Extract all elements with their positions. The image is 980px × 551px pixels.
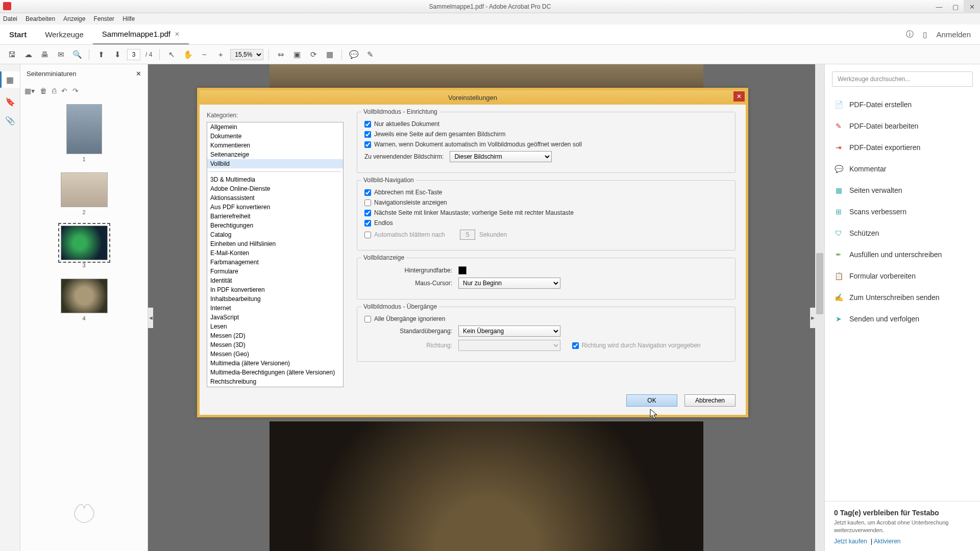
- cb-ignore-trans[interactable]: Alle Übergänge ignorieren: [364, 315, 445, 322]
- tool-prepare-form[interactable]: 📋Formular vorbereiten: [825, 265, 980, 287]
- help-icon[interactable]: ⓘ: [906, 30, 914, 39]
- mail-icon[interactable]: ✉: [54, 48, 67, 61]
- cat-item[interactable]: Adobe Online-Dienste: [207, 184, 343, 193]
- zoom-out-icon[interactable]: −: [198, 48, 211, 61]
- collapse-left-icon[interactable]: ◀: [148, 308, 153, 328]
- cat-allgemein[interactable]: Allgemein: [207, 122, 343, 132]
- tool-export-pdf[interactable]: ⇥PDF-Datei exportieren: [825, 137, 980, 158]
- thumb-options-icon[interactable]: ▦▾: [24, 87, 35, 95]
- cb-navbar[interactable]: Navigationsleiste anzeigen: [364, 199, 447, 206]
- cat-item[interactable]: Aus PDF konvertieren: [207, 203, 343, 212]
- page-down-icon[interactable]: ⬇: [111, 48, 124, 61]
- panel-close-icon[interactable]: ✕: [136, 70, 141, 78]
- cat-item[interactable]: Berechtigungen: [207, 221, 343, 230]
- comment-icon[interactable]: 💬: [347, 48, 360, 61]
- thumb-delete-icon[interactable]: 🗑: [40, 87, 47, 95]
- bookmarks-icon[interactable]: 🔖: [5, 97, 15, 107]
- cat-item[interactable]: Barrierefreiheit: [207, 212, 343, 221]
- thumb-print-icon[interactable]: ⎙: [52, 87, 56, 95]
- auto-seconds-input[interactable]: [460, 230, 475, 240]
- tool-send-sign[interactable]: ✍Zum Unterschreiben senden: [825, 287, 980, 308]
- tool-comment[interactable]: 💬Kommentar: [825, 158, 980, 180]
- fit-page-icon[interactable]: ▣: [290, 48, 304, 61]
- cb-auto-advance[interactable]: Automatisch blättern nach: [364, 231, 445, 238]
- cloud-icon[interactable]: ☁: [21, 48, 35, 61]
- menu-view[interactable]: Anzeige: [63, 15, 85, 22]
- page-up-icon[interactable]: ⬆: [94, 48, 108, 61]
- menu-edit[interactable]: Bearbeiten: [26, 15, 55, 22]
- cat-item[interactable]: Sicherheit: [207, 386, 343, 387]
- select-tool-icon[interactable]: ↖: [165, 48, 178, 61]
- notifications-icon[interactable]: ▯: [923, 30, 927, 39]
- cb-dir-by-nav[interactable]: Richtung wird durch Navigation vorgegebe…: [572, 342, 701, 349]
- cat-item[interactable]: Rechtschreibung: [207, 377, 343, 386]
- zoom-in-icon[interactable]: +: [214, 48, 227, 61]
- categories-list[interactable]: Allgemein Dokumente Kommentieren Seitena…: [207, 122, 344, 387]
- cat-item[interactable]: E-Mail-Konten: [207, 248, 343, 258]
- cat-item[interactable]: Farbmanagement: [207, 258, 343, 267]
- thumbnail-1[interactable]: 1: [66, 104, 102, 162]
- cb-one-page[interactable]: Jeweils eine Seite auf dem gesamten Bild…: [364, 131, 505, 138]
- view-mode-icon[interactable]: ▦: [323, 48, 336, 61]
- login-link[interactable]: Anmelden: [936, 30, 971, 39]
- tool-enhance-scans[interactable]: ⊞Scans verbessern: [825, 201, 980, 222]
- cursor-select[interactable]: Nur zu Beginn: [458, 278, 560, 289]
- activate-link[interactable]: Aktivieren: [874, 538, 901, 545]
- cat-item[interactable]: Einheiten und Hilfslinien: [207, 239, 343, 248]
- buy-now-link[interactable]: Jetzt kaufen: [834, 538, 867, 545]
- tools-search-input[interactable]: Werkzeuge durchsuchen...: [832, 71, 973, 87]
- cb-warn[interactable]: Warnen, wenn Dokument automatisch im Vol…: [364, 141, 582, 148]
- tool-fill-sign[interactable]: ✒Ausfüllen und unterschreiben: [825, 244, 980, 265]
- tab-document[interactable]: Sammelmappe1.pdf ✕: [93, 24, 189, 44]
- hand-tool-icon[interactable]: ✋: [181, 48, 194, 61]
- fit-width-icon[interactable]: ⇔: [274, 48, 287, 61]
- minimize-button[interactable]: —: [931, 0, 947, 13]
- tool-create-pdf[interactable]: 📄PDF-Datei erstellen: [825, 94, 980, 115]
- cat-item[interactable]: Catalog: [207, 230, 343, 239]
- cat-item[interactable]: Messen (2D): [207, 331, 343, 340]
- cat-item[interactable]: Multimedia (ältere Versionen): [207, 359, 343, 368]
- cat-item[interactable]: Messen (Geo): [207, 349, 343, 359]
- cat-item[interactable]: Identität: [207, 276, 343, 285]
- cb-mouse-nav[interactable]: Nächste Seite mit linker Maustaste; vorh…: [364, 209, 574, 216]
- collapse-right-icon[interactable]: ▶: [810, 308, 815, 328]
- cat-item[interactable]: 3D & Multimedia: [207, 175, 343, 184]
- cat-item[interactable]: Internet: [207, 304, 343, 313]
- tool-protect[interactable]: 🛡Schützen: [825, 222, 980, 244]
- bgcolor-swatch[interactable]: [458, 266, 467, 274]
- transition-select[interactable]: Kein Übergang: [458, 325, 560, 337]
- zoom-select[interactable]: 15,5%: [230, 49, 263, 60]
- cat-item[interactable]: JavaScript: [207, 313, 343, 322]
- page-input[interactable]: [127, 49, 140, 60]
- thumb-undo-icon[interactable]: ↶: [61, 87, 67, 95]
- highlight-icon[interactable]: ✎: [363, 48, 377, 61]
- ok-button[interactable]: OK: [626, 394, 677, 407]
- search-icon[interactable]: 🔍: [70, 48, 84, 61]
- tool-send-track[interactable]: ➤Senden und verfolgen: [825, 308, 980, 330]
- thumb-redo-icon[interactable]: ↷: [72, 87, 79, 95]
- menu-help[interactable]: Hilfe: [122, 15, 135, 22]
- cb-esc[interactable]: Abbrechen mit Esc-Taste: [364, 189, 442, 196]
- dialog-close-button[interactable]: ✕: [733, 91, 745, 102]
- tab-start[interactable]: Start: [0, 24, 36, 44]
- cat-item[interactable]: Lesen: [207, 322, 343, 331]
- print-icon[interactable]: 🖶: [38, 48, 51, 61]
- vertical-scrollbar[interactable]: [815, 64, 824, 551]
- tool-organize[interactable]: ▦Seiten verwalten: [825, 180, 980, 201]
- attachments-icon[interactable]: 📎: [5, 116, 15, 126]
- save-icon[interactable]: 🖫: [5, 48, 18, 61]
- cat-seitenanzeige[interactable]: Seitenanzeige: [207, 150, 343, 159]
- tab-tools[interactable]: Werkzeuge: [36, 24, 93, 44]
- tool-edit-pdf[interactable]: ✎PDF-Datei bearbeiten: [825, 115, 980, 137]
- cat-item[interactable]: In PDF konvertieren: [207, 285, 343, 294]
- close-button[interactable]: ✕: [964, 0, 980, 13]
- thumbnail-2[interactable]: 2: [61, 172, 108, 215]
- rotate-icon[interactable]: ⟳: [307, 48, 320, 61]
- menu-window[interactable]: Fenster: [93, 15, 114, 22]
- cat-item[interactable]: Formulare: [207, 267, 343, 276]
- cat-item[interactable]: Messen (3D): [207, 340, 343, 349]
- tab-close-icon[interactable]: ✕: [175, 31, 180, 38]
- thumbnails-icon[interactable]: ▦: [0, 71, 20, 88]
- cat-item[interactable]: Inhaltsbearbeitung: [207, 294, 343, 304]
- maximize-button[interactable]: ▢: [947, 0, 964, 13]
